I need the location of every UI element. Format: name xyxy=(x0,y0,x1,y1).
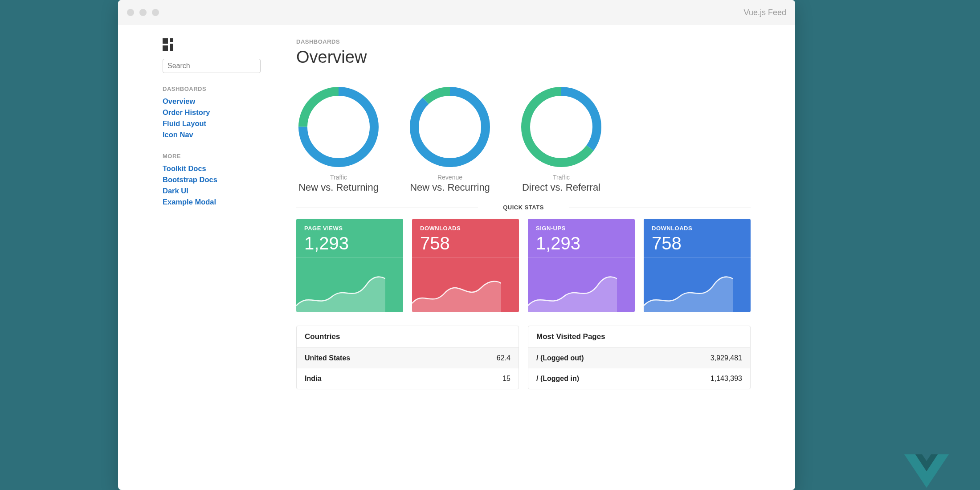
table-cell-value: 62.4 xyxy=(497,354,510,362)
window-maximize-icon[interactable] xyxy=(152,9,159,16)
stat-card-downloads-2: DOWNLOADS 758 xyxy=(644,219,751,312)
stat-label: PAGE VIEWS xyxy=(304,225,395,232)
quick-stats-divider: QUICK STATS xyxy=(296,204,751,211)
table-cell-key: India xyxy=(305,375,321,383)
table-row: / (Logged in) 1,143,393 xyxy=(528,368,750,389)
stat-value: 758 xyxy=(412,233,519,257)
donut-title: New vs. Recurring xyxy=(408,182,492,193)
table-row: / (Logged out) 3,929,481 xyxy=(528,348,750,368)
sidebar-item-toolkit-docs[interactable]: Toolkit Docs xyxy=(163,163,261,174)
window-controls xyxy=(127,9,159,16)
sparkline-icon xyxy=(412,265,501,312)
quick-stats-row: PAGE VIEWS 1,293 DOWNLOADS 758 xyxy=(296,219,751,312)
tables-row: Countries United States 62.4 India 15 Mo… xyxy=(296,326,751,389)
svg-rect-2 xyxy=(163,45,168,51)
table-cell-key: / (Logged out) xyxy=(536,354,584,362)
sidebar-item-order-history[interactable]: Order History xyxy=(163,107,261,118)
sparkline-icon xyxy=(528,265,617,312)
donut-chart-icon xyxy=(408,85,492,169)
stat-card-downloads: DOWNLOADS 758 xyxy=(412,219,519,312)
table-row: United States 62.4 xyxy=(297,348,519,368)
donut-chart-icon xyxy=(296,85,381,169)
donut-chart-traffic-new-returning: Traffic New vs. Returning xyxy=(296,85,381,193)
sidebar-item-fluid-layout[interactable]: Fluid Layout xyxy=(163,118,261,129)
donut-charts-row: Traffic New vs. Returning Revenue New vs… xyxy=(296,85,751,193)
stat-card-sign-ups: SIGN-UPS 1,293 xyxy=(528,219,635,312)
stat-card-page-views: PAGE VIEWS 1,293 xyxy=(296,219,403,312)
svg-rect-0 xyxy=(163,38,168,44)
table-cell-value: 15 xyxy=(502,375,510,383)
sidebar-item-bootstrap-docs[interactable]: Bootstrap Docs xyxy=(163,174,261,185)
table-title: Countries xyxy=(297,326,519,348)
nav-group-more: MORE Toolkit Docs Bootstrap Docs Dark UI… xyxy=(163,153,261,208)
page-eyebrow: DASHBOARDS xyxy=(296,38,751,45)
stat-value: 1,293 xyxy=(528,233,635,257)
stat-label: DOWNLOADS xyxy=(420,225,511,232)
donut-title: New vs. Returning xyxy=(296,182,381,193)
stat-label: SIGN-UPS xyxy=(536,225,627,232)
search-input[interactable] xyxy=(163,59,261,73)
donut-chart-revenue-new-recurring: Revenue New vs. Recurring xyxy=(408,85,492,193)
table-cell-key: / (Logged in) xyxy=(536,375,579,383)
table-cell-value: 3,929,481 xyxy=(710,354,742,362)
table-cell-value: 1,143,393 xyxy=(710,375,742,383)
nav-heading: MORE xyxy=(163,153,261,159)
table-cell-key: United States xyxy=(305,354,350,362)
donut-eyebrow: Traffic xyxy=(296,174,381,181)
window-title: Vue.js Feed xyxy=(744,8,786,17)
donut-chart-traffic-direct-referral: Traffic Direct vs. Referral xyxy=(519,85,604,193)
table-row: India 15 xyxy=(297,368,519,389)
window-minimize-icon[interactable] xyxy=(139,9,147,16)
table-title: Most Visited Pages xyxy=(528,326,750,348)
sidebar: DASHBOARDS Overview Order History Fluid … xyxy=(163,38,261,490)
nav-heading: DASHBOARDS xyxy=(163,86,261,92)
sidebar-item-example-modal[interactable]: Example Modal xyxy=(163,196,261,208)
countries-table: Countries United States 62.4 India 15 xyxy=(296,326,519,389)
main-content: DASHBOARDS Overview Traffic New vs. Retu… xyxy=(296,38,751,490)
donut-chart-icon xyxy=(519,85,604,169)
svg-rect-1 xyxy=(170,38,173,42)
stat-value: 758 xyxy=(644,233,751,257)
sidebar-item-dark-ui[interactable]: Dark UI xyxy=(163,185,261,196)
window-close-icon[interactable] xyxy=(127,9,134,16)
vue-logo-icon xyxy=(895,450,958,490)
donut-eyebrow: Traffic xyxy=(519,174,604,181)
stat-value: 1,293 xyxy=(296,233,403,257)
donut-eyebrow: Revenue xyxy=(408,174,492,181)
sidebar-item-overview[interactable]: Overview xyxy=(163,96,261,107)
titlebar: Vue.js Feed xyxy=(118,0,795,25)
sparkline-icon xyxy=(644,265,733,312)
most-visited-pages-table: Most Visited Pages / (Logged out) 3,929,… xyxy=(528,326,751,389)
svg-rect-3 xyxy=(170,44,173,51)
svg-point-6 xyxy=(414,91,486,163)
nav-group-dashboards: DASHBOARDS Overview Order History Fluid … xyxy=(163,86,261,140)
sidebar-item-icon-nav[interactable]: Icon Nav xyxy=(163,129,261,140)
app-window: Vue.js Feed DASHBOARDS Overview Order Hi… xyxy=(118,0,795,490)
app-logo-icon xyxy=(163,38,261,51)
page-title: Overview xyxy=(296,48,751,67)
sparkline-icon xyxy=(296,265,385,312)
stat-label: DOWNLOADS xyxy=(652,225,743,232)
donut-title: Direct vs. Referral xyxy=(519,182,604,193)
